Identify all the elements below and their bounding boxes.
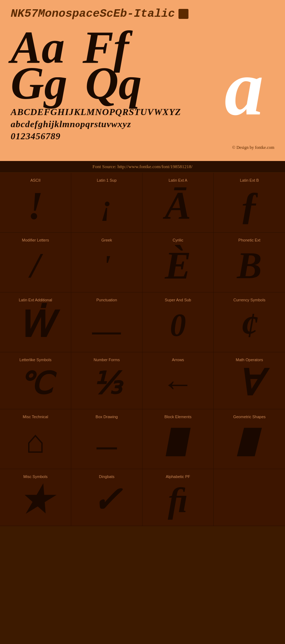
preview-letter-a-white: a <box>224 49 264 127</box>
preview-letter-qq: Qq <box>85 63 142 103</box>
cell-glyph-greek: ' <box>103 246 110 285</box>
unicode-cell-misctechnical: Misc Technical ⌂ <box>0 409 71 469</box>
unicode-grid: ASCII ! Latin 1 Sup ¡ Latin Ext A Ā Lati… <box>0 173 285 526</box>
cell-label-phonetic: Phonetic Ext <box>217 238 281 242</box>
unicode-cell-ascii: ASCII ! <box>0 173 71 233</box>
cell-label-arrows: Arrows <box>146 358 210 362</box>
unicode-cell-mathoperators: Math Operators ∀ <box>214 352 285 409</box>
cell-glyph-phonetic: B <box>237 246 262 285</box>
cell-glyph-boxdrawing: ─ <box>97 422 117 462</box>
cell-glyph-miscsymbols: ★ <box>20 482 52 519</box>
cell-label-modifier: Modifier Letters <box>4 238 67 242</box>
unicode-cell-currency: Currency Symbols ¢ <box>214 292 285 352</box>
unicode-cell-cyrilic: Cyrilic È <box>142 233 214 292</box>
cell-label-cyrilic: Cyrilic <box>146 238 210 242</box>
cell-glyph-letterlike: ℃ <box>19 365 52 402</box>
cell-label-miscsymbols: Misc Symbols <box>4 474 67 479</box>
font-title: NK57MonospaceScEb-Italic <box>11 7 274 20</box>
cell-label-alphabeticpf: Alphabetic PF <box>146 474 210 479</box>
cell-glyph-latinextadd: Ẇ <box>18 306 53 345</box>
unicode-cell-alphabeticpf: Alphabetic PF ﬁ <box>142 469 214 526</box>
cell-glyph-alphabeticpf: ﬁ <box>168 482 188 519</box>
unicode-cell-latinextb: Latin Ext B ƒ <box>214 173 285 233</box>
cell-label-boxdrawing: Box Drawing <box>75 415 139 419</box>
cell-label-misctechnical: Misc Technical <box>4 415 67 419</box>
cell-glyph-superandsub: 0 <box>170 306 186 345</box>
unicode-cell-latinexta: Latin Ext A Ā <box>142 173 214 233</box>
cell-label-geometricshapes: Geometric Shapes <box>217 415 281 419</box>
alphabet-numbers: 0123456789 <box>11 130 274 142</box>
cell-glyph-arrows: ← <box>162 365 194 402</box>
cell-glyph-cyrilic: È <box>165 246 191 285</box>
unicode-cell-miscsymbols: Misc Symbols ★ <box>0 469 71 526</box>
svg-marker-1 <box>237 428 262 456</box>
unicode-cell-boxdrawing: Box Drawing ─ <box>71 409 142 469</box>
unicode-cell-geometricshapes: Geometric Shapes <box>214 409 285 469</box>
dark-section: Font Source: http://www.fontke.com/font/… <box>0 161 285 526</box>
unicode-cell-latin1sup: Latin 1 Sup ¡ <box>71 173 142 233</box>
font-source-bar: Font Source: http://www.fontke.com/font/… <box>0 161 285 173</box>
svg-marker-0 <box>166 428 191 456</box>
cell-label-currency: Currency Symbols <box>217 298 281 302</box>
copyright-text: © Design by fontke.com <box>11 145 274 150</box>
cell-glyph-misctechnical: ⌂ <box>26 422 45 462</box>
cell-label-latinextadd: Latin Ext Additional <box>4 298 67 302</box>
unicode-cell-blockelements: Block Elements <box>142 409 214 469</box>
unicode-cell-dingbats: Dingbats ✓ <box>71 469 142 526</box>
cell-label-latin1sup: Latin 1 Sup <box>75 178 139 182</box>
unicode-cell-empty <box>214 469 285 526</box>
cell-glyph-currency: ¢ <box>240 306 258 345</box>
cell-glyph-modifier: / <box>31 246 41 285</box>
cell-glyph-numberforms: ⅓ <box>92 365 121 402</box>
font-title-text: NK57MonospaceScEb-Italic <box>11 7 175 20</box>
preview-letter-gg: Gg <box>11 63 67 103</box>
unicode-cell-letterlike: Letterlike Symbols ℃ <box>0 352 71 409</box>
cell-label-mathoperators: Math Operators <box>217 358 281 362</box>
cell-glyph-ascii: ! <box>28 186 43 225</box>
cell-glyph-geometricshapes <box>235 422 264 462</box>
cell-label-punctuation: Punctuation <box>75 298 139 302</box>
cell-glyph-latin1sup: ¡ <box>101 186 112 225</box>
unicode-cell-numberforms: Number Forms ⅓ <box>71 352 142 409</box>
cell-glyph-dingbats: ✓ <box>92 482 122 519</box>
unicode-cell-arrows: Arrows ← <box>142 352 214 409</box>
cell-label-latinexta: Latin Ext A <box>146 178 210 182</box>
unicode-cell-phonetic: Phonetic Ext B <box>214 233 285 292</box>
unicode-cell-punctuation: Punctuation — <box>71 292 142 352</box>
cell-label-letterlike: Letterlike Symbols <box>4 358 67 362</box>
cell-glyph-punctuation: — <box>93 306 121 345</box>
cell-label-ascii: ASCII <box>4 178 67 182</box>
unicode-cell-latinextadd: Latin Ext Additional Ẇ <box>0 292 71 352</box>
cell-glyph-mathoperators: ∀ <box>237 365 261 402</box>
cell-glyph-blockelements <box>164 422 192 462</box>
cell-label-greek: Greek <box>75 238 139 242</box>
cell-label-blockelements: Block Elements <box>146 415 210 419</box>
cell-glyph-latinextb: ƒ <box>240 186 259 225</box>
unicode-cell-superandsub: Super And Sub 0 <box>142 292 214 352</box>
cell-label-numberforms: Number Forms <box>75 358 139 362</box>
font-icon <box>178 9 188 19</box>
unicode-cell-modifier: Modifier Letters / <box>0 233 71 292</box>
cell-label-latinextb: Latin Ext B <box>217 178 281 182</box>
cell-label-dingbats: Dingbats <box>75 474 139 479</box>
cell-label-superandsub: Super And Sub <box>146 298 210 302</box>
header-section: NK57MonospaceScEb-Italic Aa Ff Gg Qq a A… <box>0 0 285 161</box>
unicode-cell-greek: Greek ' <box>71 233 142 292</box>
cell-glyph-latinexta: Ā <box>165 186 191 225</box>
